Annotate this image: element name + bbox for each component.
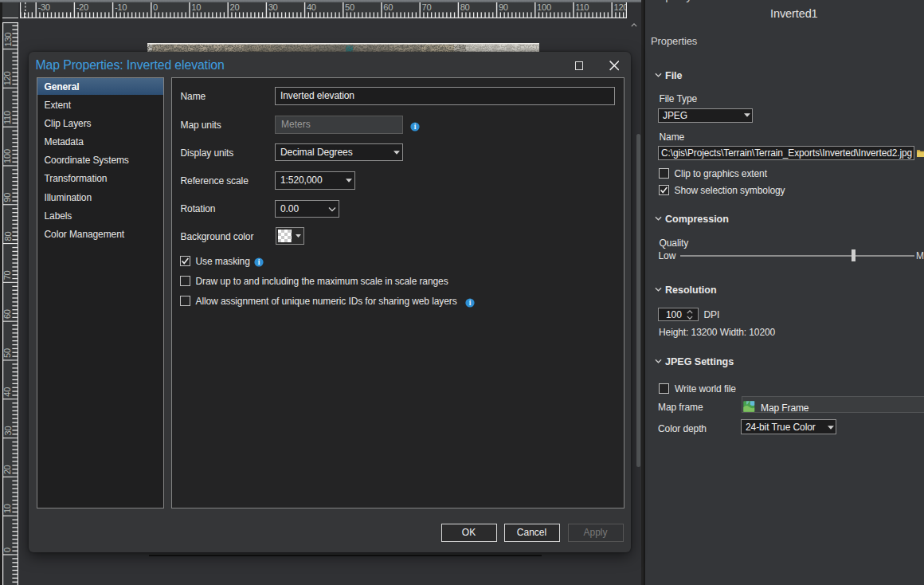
- svg-text:70: 70: [422, 2, 432, 12]
- svg-text:80: 80: [3, 232, 13, 241]
- svg-text:40: 40: [307, 2, 316, 12]
- svg-text:i: i: [469, 299, 472, 307]
- svg-text:90: 90: [499, 2, 508, 12]
- svg-text:20: 20: [230, 2, 240, 12]
- svg-text:i: i: [414, 123, 417, 131]
- svg-text:30: 30: [3, 426, 13, 436]
- svg-text:-30: -30: [38, 2, 50, 12]
- svg-text:10: 10: [3, 504, 13, 513]
- svg-text:30: 30: [268, 2, 278, 12]
- svg-text:70: 70: [3, 270, 13, 280]
- svg-text:110: 110: [3, 111, 13, 124]
- svg-text:0: 0: [153, 2, 158, 12]
- svg-text:100: 100: [537, 2, 551, 12]
- svg-text:20: 20: [3, 465, 13, 474]
- svg-text:-20: -20: [76, 2, 88, 12]
- svg-text:0: 0: [3, 548, 13, 552]
- svg-text:120: 120: [614, 2, 628, 12]
- svg-text:60: 60: [3, 309, 13, 319]
- svg-text:110: 110: [575, 2, 589, 12]
- svg-text:120: 120: [3, 71, 13, 85]
- svg-text:130: 130: [3, 33, 13, 47]
- svg-text:60: 60: [383, 2, 393, 12]
- svg-text:90: 90: [3, 193, 13, 202]
- svg-text:50: 50: [3, 348, 13, 358]
- svg-text:10: 10: [191, 2, 201, 12]
- svg-text:i: i: [258, 258, 260, 266]
- svg-text:80: 80: [460, 2, 470, 12]
- svg-text:100: 100: [3, 149, 13, 163]
- svg-text:40: 40: [3, 387, 13, 397]
- svg-text:50: 50: [345, 2, 354, 12]
- svg-text:-10: -10: [115, 2, 127, 12]
